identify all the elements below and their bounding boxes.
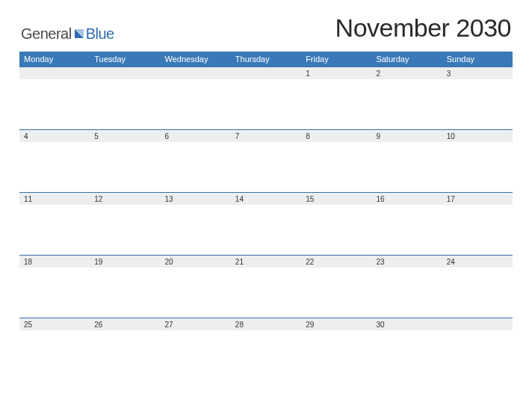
day-cell: 18 [19,256,90,318]
date-number: 29 [306,321,314,329]
week-row: 11 12 13 14 15 16 17 [19,192,513,255]
date-number: 2 [376,69,380,78]
day-cell [19,67,90,129]
day-header: Sunday [442,52,513,67]
day-cell: 6 [161,130,231,192]
date-number: 18 [24,258,32,266]
day-cell: 19 [90,256,160,318]
date-number: 16 [376,195,384,203]
date-number: 20 [165,258,173,266]
day-cell: 17 [442,193,513,255]
day-header-row: Monday Tuesday Wednesday Thursday Friday… [19,52,513,67]
day-cell: 26 [90,318,160,380]
date-number: 12 [94,195,102,203]
logo-text-blue: Blue [86,25,114,43]
day-cell: 21 [231,256,301,318]
day-cell [442,318,513,380]
day-cell: 22 [301,256,371,318]
day-cell [231,67,301,129]
day-cell: 9 [371,130,442,192]
day-header: Wednesday [161,52,231,67]
document-header: General Blue November 2030 [0,0,532,49]
day-cell: 29 [301,318,371,380]
day-header: Friday [301,52,371,67]
logo-text-general: General [21,25,72,43]
day-cell: 23 [371,256,442,318]
day-cell: 24 [442,256,513,318]
day-cell: 2 [371,67,442,129]
date-number: 30 [376,321,384,329]
day-header: Thursday [231,52,301,67]
date-number: 5 [94,132,99,140]
date-number: 11 [24,195,32,203]
day-cell: 3 [442,67,513,129]
date-number: 26 [94,321,102,329]
date-number: 7 [235,132,240,140]
date-number: 10 [447,132,455,140]
day-cell: 15 [301,193,371,255]
date-number: 6 [165,132,170,140]
date-number: 8 [306,132,310,140]
date-number: 25 [24,321,32,329]
week-row: 4 5 6 7 8 9 10 [19,129,513,192]
day-cell: 25 [19,318,90,380]
day-cell: 10 [442,130,513,192]
date-number: 24 [447,258,455,266]
date-number: 28 [235,321,244,329]
day-cell: 4 [19,130,90,192]
day-header: Monday [19,52,90,67]
day-cell: 8 [301,130,371,192]
day-cell: 27 [161,318,231,380]
date-number: 9 [376,132,380,140]
date-number: 21 [235,258,244,266]
date-number: 4 [24,132,28,140]
calendar-grid: Monday Tuesday Wednesday Thursday Friday… [19,52,513,380]
day-cell: 5 [90,130,160,192]
day-cell: 16 [371,193,442,255]
day-cell [161,67,231,129]
day-cell: 1 [301,67,371,129]
day-cell: 30 [371,318,442,380]
date-number: 3 [447,69,451,78]
date-number: 17 [447,195,455,203]
logo-triangle-icon [74,28,84,42]
date-number: 13 [165,195,173,203]
week-row: 1 2 3 [19,67,513,129]
day-cell: 12 [90,193,160,255]
day-cell: 11 [19,193,90,255]
day-header: Tuesday [90,52,160,67]
date-number: 23 [376,258,384,266]
date-number: 14 [235,195,244,203]
day-cell: 13 [161,193,231,255]
calendar-title: November 2030 [335,13,511,43]
date-number: 27 [165,321,173,329]
day-cell: 28 [231,318,301,380]
week-row: 18 19 20 21 22 23 24 [19,255,513,318]
date-number: 15 [306,195,314,203]
day-cell: 14 [231,193,301,255]
date-number: 22 [306,258,314,266]
brand-logo: General Blue [21,25,114,43]
day-cell: 7 [231,130,301,192]
day-cell: 20 [161,256,231,318]
date-number: 19 [94,258,102,266]
week-row: 25 26 27 28 29 30 [19,318,513,380]
date-number: 1 [306,69,310,78]
day-cell [90,67,160,129]
day-header: Saturday [371,52,442,67]
